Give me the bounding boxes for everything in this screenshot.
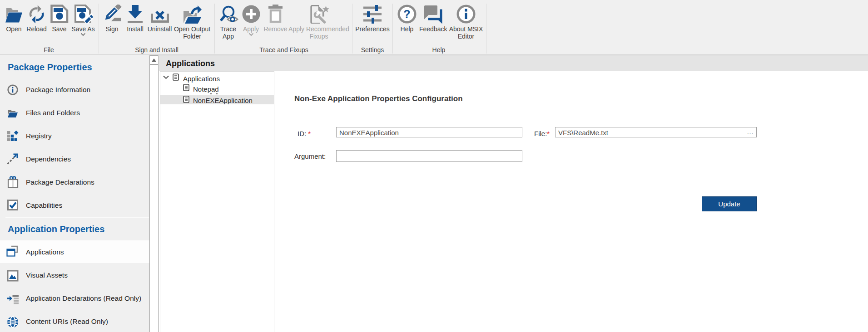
svg-text:?: ? — [403, 8, 410, 20]
